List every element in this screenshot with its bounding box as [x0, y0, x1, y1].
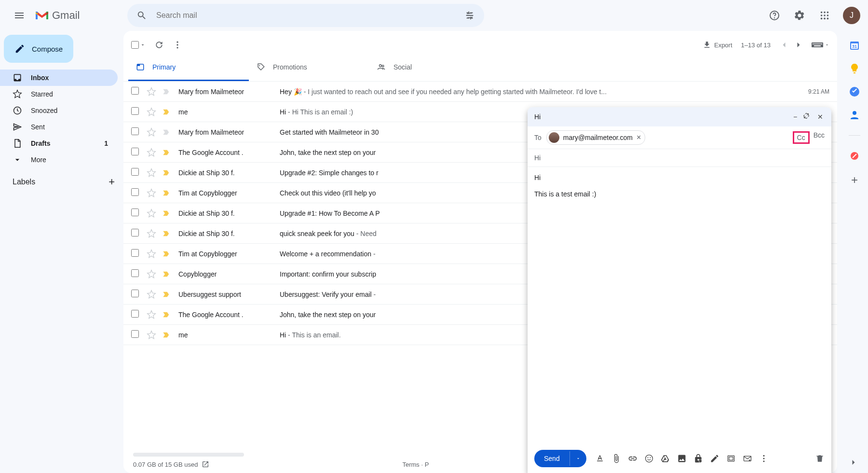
discard-draft-icon[interactable]: [815, 454, 825, 463]
prev-page-button[interactable]: [779, 40, 789, 50]
star-icon[interactable]: [147, 249, 156, 259]
search-input[interactable]: [152, 11, 459, 20]
importance-icon[interactable]: [162, 209, 172, 218]
select-all-checkbox[interactable]: [131, 41, 139, 49]
compose-body[interactable]: Hi This is a test email :): [528, 167, 831, 444]
search-icon[interactable]: [131, 5, 152, 26]
image-icon[interactable]: [674, 451, 690, 466]
remove-recipient-icon[interactable]: ×: [637, 134, 641, 141]
row-checkbox[interactable]: [131, 107, 141, 116]
compose-subject[interactable]: Hi: [528, 149, 831, 167]
search-options-icon[interactable]: [459, 5, 480, 26]
account-avatar[interactable]: J: [843, 7, 860, 24]
star-icon[interactable]: [147, 107, 156, 117]
link-icon[interactable]: [625, 451, 640, 466]
signature-icon[interactable]: [707, 451, 722, 466]
confidential-icon[interactable]: [691, 451, 706, 466]
row-checkbox[interactable]: [131, 87, 141, 96]
sidebar-item-starred[interactable]: Starred: [0, 86, 118, 102]
importance-icon[interactable]: [162, 250, 172, 258]
minimize-icon[interactable]: −: [791, 113, 800, 121]
row-checkbox[interactable]: [131, 249, 141, 258]
importance-icon[interactable]: [162, 270, 172, 278]
star-icon[interactable]: [147, 148, 156, 157]
expand-panel-icon[interactable]: [849, 458, 858, 467]
importance-icon[interactable]: [162, 108, 172, 116]
row-checkbox[interactable]: [131, 269, 141, 278]
main-menu-button[interactable]: [8, 4, 31, 27]
support-icon[interactable]: [764, 5, 785, 26]
cc-button[interactable]: Cc: [793, 131, 810, 144]
mailmeteor-compose-icon[interactable]: [740, 451, 755, 466]
add-label-button[interactable]: +: [108, 176, 115, 188]
calendar-icon[interactable]: 31: [849, 40, 860, 51]
footer-links[interactable]: Terms · P: [402, 461, 429, 468]
importance-icon[interactable]: [162, 229, 172, 238]
select-all[interactable]: [131, 41, 146, 49]
contacts-icon[interactable]: [849, 109, 860, 121]
star-icon[interactable]: [147, 168, 156, 178]
tab-promotions[interactable]: Promotions: [249, 54, 369, 81]
star-icon[interactable]: [147, 290, 156, 299]
star-icon[interactable]: [147, 269, 156, 279]
input-tools-button[interactable]: [811, 41, 829, 49]
add-addon-icon[interactable]: +: [849, 173, 860, 185]
row-checkbox[interactable]: [131, 290, 141, 299]
screenshot-icon[interactable]: [723, 451, 739, 466]
sidebar-item-snoozed[interactable]: Snoozed: [0, 102, 118, 119]
apps-icon[interactable]: [814, 5, 835, 26]
storage-link-icon[interactable]: [202, 460, 209, 468]
email-row[interactable]: Mary from Mailmeteor Hey 🎉 - I just want…: [123, 82, 837, 102]
emoji-icon[interactable]: [641, 451, 657, 466]
close-icon[interactable]: ✕: [816, 113, 825, 121]
row-checkbox[interactable]: [131, 310, 141, 319]
compose-button[interactable]: Compose: [4, 35, 73, 63]
star-icon[interactable]: [147, 127, 156, 137]
row-checkbox[interactable]: [131, 330, 141, 339]
tab-primary[interactable]: Primary: [128, 54, 249, 81]
keep-icon[interactable]: [849, 63, 860, 74]
importance-icon[interactable]: [162, 148, 172, 157]
sidebar-item-sent[interactable]: Sent: [0, 119, 118, 135]
star-icon[interactable]: [147, 209, 156, 218]
settings-icon[interactable]: [789, 5, 810, 26]
importance-icon[interactable]: [162, 331, 172, 339]
horizontal-scrollbar[interactable]: [133, 453, 244, 457]
row-checkbox[interactable]: [131, 127, 141, 137]
importance-icon[interactable]: [162, 168, 172, 177]
row-checkbox[interactable]: [131, 188, 141, 197]
more-compose-icon[interactable]: [756, 451, 772, 466]
row-checkbox[interactable]: [131, 148, 141, 157]
importance-icon[interactable]: [162, 128, 172, 137]
send-button[interactable]: Send: [534, 450, 570, 467]
importance-icon[interactable]: [162, 290, 172, 299]
mailmeteor-icon[interactable]: [849, 150, 860, 162]
more-actions-button[interactable]: [173, 40, 182, 50]
tab-social[interactable]: Social: [369, 54, 490, 81]
attach-icon[interactable]: [609, 451, 624, 466]
star-icon[interactable]: [147, 229, 156, 238]
compose-to-row[interactable]: To mary@mailmeteor.com × Cc Bcc: [528, 126, 831, 149]
fullscreen-icon[interactable]: [803, 113, 812, 121]
row-checkbox[interactable]: [131, 168, 141, 177]
gmail-logo[interactable]: Gmail: [35, 9, 80, 22]
star-icon[interactable]: [147, 188, 156, 198]
formatting-icon[interactable]: [592, 451, 608, 466]
drive-icon[interactable]: [658, 451, 673, 466]
row-checkbox[interactable]: [131, 229, 141, 238]
sidebar-item-more[interactable]: More: [0, 152, 118, 168]
send-options-button[interactable]: [570, 451, 586, 466]
refresh-button[interactable]: [154, 40, 164, 50]
recipient-chip[interactable]: mary@mailmeteor.com ×: [546, 130, 645, 145]
next-page-button[interactable]: [794, 40, 803, 50]
sidebar-item-inbox[interactable]: Inbox: [0, 70, 118, 86]
importance-icon[interactable]: [162, 189, 172, 197]
search-bar[interactable]: [127, 4, 484, 27]
caret-down-icon[interactable]: [140, 42, 146, 48]
compose-header[interactable]: Hi − ✕: [528, 107, 831, 126]
star-icon[interactable]: [147, 87, 156, 97]
tasks-icon[interactable]: [849, 86, 860, 97]
export-button[interactable]: Export: [703, 41, 732, 49]
star-icon[interactable]: [147, 330, 156, 340]
sidebar-item-drafts[interactable]: Drafts1: [0, 135, 118, 152]
